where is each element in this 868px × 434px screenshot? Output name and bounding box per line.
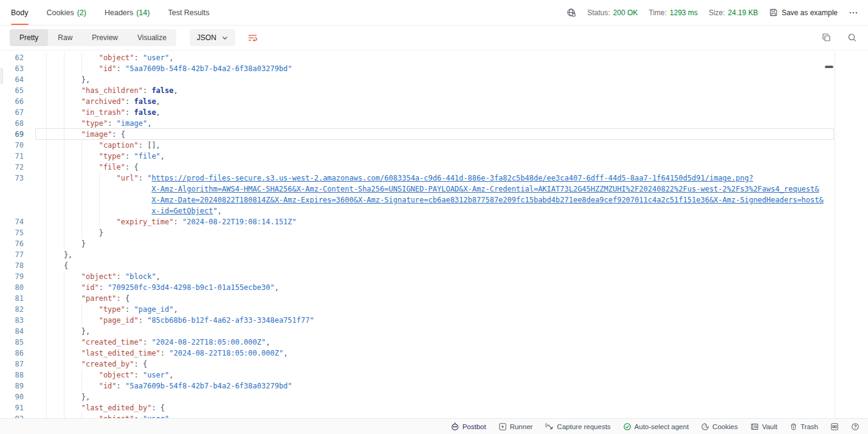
indent-guide xyxy=(99,216,117,227)
indent-guide xyxy=(46,391,64,402)
help-button[interactable] xyxy=(851,422,859,431)
runner-button[interactable]: Runner xyxy=(498,422,533,431)
token-k: "id" xyxy=(81,283,99,292)
line-number: 75 xyxy=(0,227,32,238)
indent-guide xyxy=(64,381,81,391)
code-line: 77}, xyxy=(0,249,835,260)
token-p: } xyxy=(81,239,86,248)
line-content: "object": "user", xyxy=(32,52,835,63)
postbot-button[interactable]: Postbot xyxy=(450,422,486,431)
indent-guide xyxy=(64,118,81,129)
code-line: 76} xyxy=(0,238,835,249)
token-p: : xyxy=(139,174,147,182)
status-value: 200 OK xyxy=(613,9,638,17)
indent-guide xyxy=(46,359,64,370)
url-link[interactable]: https://prod-files-secure.s3.us-west-2.a… xyxy=(151,174,753,182)
indent-guide xyxy=(46,413,64,418)
indent-guide xyxy=(46,315,64,326)
code-line: 80"id": "709250fc-93d4-4298-b9c1-01a155e… xyxy=(0,282,835,293)
indent-guide xyxy=(46,173,64,184)
line-content: } xyxy=(32,227,835,238)
indent-guide xyxy=(46,184,64,195)
token-p: }, xyxy=(64,250,72,259)
url-link[interactable]: X-Amz-Algorithm=AWS4-HMAC-SHA256&X-Amz-C… xyxy=(151,185,819,193)
line-content: "last_edited_by": { xyxy=(32,402,835,413)
indent-guide xyxy=(64,195,81,205)
url-link[interactable]: X-Amz-Date=20240822T180814Z&X-Amz-Expire… xyxy=(151,196,823,204)
line-number: 69 xyxy=(0,129,32,140)
line-content: "in_trash": false, xyxy=(32,107,835,118)
indent-guide xyxy=(46,326,64,337)
tab-test-results[interactable]: Test Results xyxy=(168,0,209,25)
line-content: }, xyxy=(32,326,835,337)
time-value: 1293 ms xyxy=(670,9,698,17)
line-content: "has_children": false, xyxy=(32,85,835,96)
indent-guide xyxy=(81,184,99,195)
copy-button[interactable] xyxy=(822,33,832,43)
capture-requests-button[interactable]: Capture requests xyxy=(545,422,610,431)
code-lines: 62"object": "user",63"id": "5aa7609b-54f… xyxy=(0,52,835,418)
indent-guide xyxy=(64,402,81,413)
line-content: } xyxy=(32,238,835,249)
panel-layout-button[interactable] xyxy=(830,422,839,431)
view-pretty[interactable]: Pretty xyxy=(10,29,48,46)
line-number: 74 xyxy=(0,216,32,227)
code-line: 68"type": "image", xyxy=(0,118,835,129)
tab-headers[interactable]: Headers(14) xyxy=(105,0,150,25)
indent-guide xyxy=(64,63,81,74)
view-raw[interactable]: Raw xyxy=(48,29,82,46)
language-label: JSON xyxy=(197,33,216,42)
line-content: "created_time": "2024-08-22T18:05:00.000… xyxy=(32,337,835,348)
token-p: }, xyxy=(81,327,90,336)
trash-icon xyxy=(790,422,797,431)
language-select[interactable]: JSON xyxy=(190,29,235,46)
indent-guide xyxy=(64,337,81,348)
token-k: "id" xyxy=(99,382,117,390)
token-p: }, xyxy=(81,75,90,84)
collapsed-panel-handle[interactable] xyxy=(0,68,3,84)
indent-guide xyxy=(81,413,99,418)
code-line: 73"url": "https://prod-files-secure.s3.u… xyxy=(0,173,835,184)
token-k: "created_by" xyxy=(81,360,134,368)
save-as-example-button[interactable]: Save as example xyxy=(769,8,838,17)
vertical-scrollbar-thumb[interactable] xyxy=(825,66,833,68)
token-k: "archived" xyxy=(81,97,125,106)
view-visualize[interactable]: Visualize xyxy=(128,29,176,46)
response-body-viewer[interactable]: 62"object": "user",63"id": "5aa7609b-54f… xyxy=(0,51,835,418)
indent-guide xyxy=(46,74,64,85)
indent-guide xyxy=(46,238,64,249)
auto-select-agent-button[interactable]: Auto-select agent xyxy=(623,422,689,431)
code-line: 66"archived": false, xyxy=(0,96,835,107)
more-options-button[interactable] xyxy=(849,9,858,17)
more-dots-icon xyxy=(849,9,858,17)
search-button[interactable] xyxy=(847,33,857,43)
token-k: "object" xyxy=(99,53,134,62)
wrap-lines-icon xyxy=(247,33,258,43)
vault-button[interactable]: Vault xyxy=(750,422,777,431)
indent-guide xyxy=(64,162,81,173)
token-p: , xyxy=(156,97,160,106)
indent-guide xyxy=(81,151,99,162)
status-label: Status: xyxy=(587,9,610,17)
trash-button[interactable]: Trash xyxy=(790,422,818,431)
view-preview[interactable]: Preview xyxy=(82,29,128,46)
tab-cookies[interactable]: Cookies(2) xyxy=(47,0,86,25)
cookies-button[interactable]: Cookies xyxy=(701,422,738,431)
indent-guide xyxy=(64,216,81,227)
code-line: 71"type": "file", xyxy=(0,151,835,162)
url-link[interactable]: x-id=GetObject xyxy=(151,207,213,215)
line-content: "object": "block", xyxy=(32,271,835,282)
code-line: 92"object": "user", xyxy=(0,413,835,418)
wrap-lines-button[interactable] xyxy=(247,33,258,43)
tab-body[interactable]: Body xyxy=(11,0,29,25)
token-s: "709250fc-93d4-4298-b9c1-01a155ecbe30" xyxy=(108,283,275,292)
network-info-button[interactable] xyxy=(567,8,576,18)
token-p: : xyxy=(134,53,142,62)
indent-guide xyxy=(46,52,64,63)
indent-guide xyxy=(81,140,99,151)
line-content: "image": { xyxy=(32,129,835,140)
indent-guide xyxy=(64,184,81,195)
token-k: "in_trash" xyxy=(81,108,125,117)
indent-guide xyxy=(46,348,64,359)
capture-icon xyxy=(545,422,554,431)
